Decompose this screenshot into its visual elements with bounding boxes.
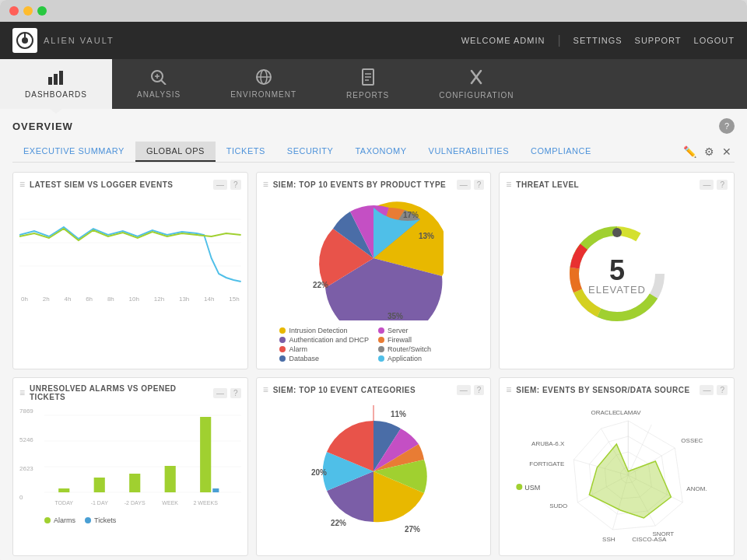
configuration-label: CONFIGURATION bbox=[439, 91, 514, 100]
minimize-ctrl[interactable]: — bbox=[213, 180, 227, 190]
alarm-legend-dot bbox=[44, 517, 51, 523]
bar-chart-legend: Alarms Tickets bbox=[44, 516, 241, 524]
svg-text:ARUBA-6.X: ARUBA-6.X bbox=[531, 440, 565, 447]
svg-text:17%: 17% bbox=[403, 211, 419, 219]
dashboards-label: DASHBOARDS bbox=[25, 90, 87, 99]
legend-color bbox=[378, 337, 384, 343]
tabs-bar: EXECUTIVE SUMMARY GLOBAL OPS TICKETS SEC… bbox=[12, 142, 735, 163]
configuration-icon bbox=[468, 68, 485, 88]
widget-header-sensor: ≡ SIEM: EVENTS BY SENSOR/DATA SOURCE — ? bbox=[506, 384, 728, 395]
minimize-ctrl-2[interactable]: — bbox=[457, 180, 471, 190]
tab-vulnerabilities[interactable]: VULNERABILITIES bbox=[418, 142, 520, 162]
help-ctrl-6[interactable]: ? bbox=[717, 385, 728, 395]
svg-text:22%: 22% bbox=[313, 281, 328, 289]
minimize-dot[interactable] bbox=[23, 6, 33, 16]
browser-window: ALIEN VAULT WELCOME ADMIN | SETTINGS SUP… bbox=[0, 0, 747, 560]
tab-taxonomy[interactable]: TAXONOMY bbox=[344, 142, 417, 162]
edit-button[interactable]: ✏️ bbox=[683, 145, 696, 158]
nav-dashboards[interactable]: DASHBOARDS bbox=[0, 59, 112, 109]
svg-text:OSSEC: OSSEC bbox=[682, 437, 703, 444]
pie-legend-top10: Intrusion Detection Server Authenticatio… bbox=[279, 327, 467, 362]
widget-controls-2: — ? bbox=[457, 180, 485, 190]
gauge: 5 ELEVATED bbox=[506, 196, 728, 336]
tab-security[interactable]: SECURITY bbox=[276, 142, 345, 162]
x-axis: 0h 2h 4h 6h 8h 10h 12h 13h 14h 15h bbox=[19, 296, 241, 303]
widget-siem-events: ≡ LATEST SIEM VS LOGGER EVENTS — ? bbox=[12, 172, 248, 369]
analysis-label: ANALYSIS bbox=[137, 90, 181, 99]
legend-intrusion: Intrusion Detection bbox=[279, 327, 369, 334]
help-button[interactable]: ? bbox=[719, 118, 735, 134]
ticket-legend-dot bbox=[85, 517, 91, 523]
pie-chart-top10: 17% 13% 22% 35% Intrusion Detection bbox=[263, 196, 485, 362]
widget-controls-3: — ? bbox=[700, 180, 728, 190]
legend-alarm: Alarm bbox=[279, 345, 369, 353]
maximize-dot[interactable] bbox=[37, 6, 47, 16]
legend-auth: Authentication and DHCP bbox=[279, 336, 369, 344]
drag-handle[interactable]: ≡ bbox=[19, 179, 25, 190]
svg-text:ANOM.: ANOM. bbox=[687, 485, 707, 492]
main-navbar: DASHBOARDS ANALYSIS ENVIRON bbox=[0, 59, 747, 109]
drag-handle-5[interactable]: ≡ bbox=[263, 384, 268, 395]
environment-icon bbox=[255, 69, 272, 87]
support-link[interactable]: SUPPORT bbox=[635, 36, 682, 45]
minimize-ctrl-3[interactable]: — bbox=[700, 180, 714, 190]
logout-link[interactable]: LOGOUT bbox=[694, 36, 735, 45]
tab-global-ops[interactable]: GLOBAL OPS bbox=[135, 142, 216, 162]
svg-text:ORACLE: ORACLE bbox=[591, 409, 617, 416]
svg-marker-68 bbox=[590, 444, 672, 518]
widget-threat-level: ≡ THREAT LEVEL — ? bbox=[499, 172, 735, 369]
svg-text:5: 5 bbox=[609, 254, 625, 286]
bar-chart-container: 7869 5246 2623 0 bbox=[19, 408, 241, 524]
tab-actions: ✏️ ⚙ ✕ bbox=[683, 145, 735, 158]
drag-handle-6[interactable]: ≡ bbox=[506, 384, 511, 395]
minimize-ctrl-4[interactable]: — bbox=[213, 388, 227, 398]
help-ctrl-3[interactable]: ? bbox=[717, 180, 728, 190]
siem-events-title: LATEST SIEM VS LOGGER EVENTS bbox=[30, 180, 209, 189]
close-button[interactable]: ✕ bbox=[722, 145, 731, 158]
svg-rect-43 bbox=[212, 488, 219, 492]
welcome-text: WELCOME ADMIN bbox=[461, 36, 545, 45]
sensor-title: SIEM: EVENTS BY SENSOR/DATA SOURCE bbox=[516, 386, 695, 394]
legend-color bbox=[378, 355, 384, 362]
settings-button[interactable]: ⚙ bbox=[704, 145, 714, 158]
content-area: OVERVIEW ? EXECUTIVE SUMMARY GLOBAL OPS … bbox=[0, 109, 747, 560]
help-ctrl-4[interactable]: ? bbox=[230, 388, 241, 398]
svg-text:ELEVATED: ELEVATED bbox=[588, 284, 646, 296]
divider: | bbox=[557, 33, 560, 47]
help-ctrl-5[interactable]: ? bbox=[474, 385, 485, 395]
svg-rect-3 bbox=[48, 77, 52, 85]
nav-reports[interactable]: REPORTS bbox=[321, 59, 414, 109]
nav-configuration[interactable]: CONFIGURATION bbox=[414, 59, 538, 109]
legend-color bbox=[279, 346, 286, 352]
tab-tickets[interactable]: TICKETS bbox=[216, 142, 276, 162]
drag-handle-2[interactable]: ≡ bbox=[263, 179, 268, 190]
logo-area: ALIEN VAULT bbox=[12, 28, 114, 53]
svg-line-7 bbox=[161, 80, 166, 85]
svg-rect-40 bbox=[129, 474, 140, 492]
svg-text:CLAMAV: CLAMAV bbox=[616, 409, 642, 416]
help-ctrl-2[interactable]: ? bbox=[474, 180, 485, 190]
legend-application: Application bbox=[378, 355, 468, 362]
top-navbar: ALIEN VAULT WELCOME ADMIN | SETTINGS SUP… bbox=[0, 22, 747, 59]
nav-analysis[interactable]: ANALYSIS bbox=[112, 59, 205, 109]
nav-environment[interactable]: ENVIRONMENT bbox=[205, 59, 321, 109]
overview-title: OVERVIEW bbox=[12, 121, 73, 132]
minimize-ctrl-6[interactable]: — bbox=[700, 385, 714, 395]
svg-point-1 bbox=[22, 37, 28, 44]
svg-text:USM: USM bbox=[525, 484, 541, 492]
help-ctrl[interactable]: ? bbox=[230, 180, 241, 190]
close-dot[interactable] bbox=[9, 6, 19, 16]
tab-compliance[interactable]: COMPLIANCE bbox=[520, 142, 602, 162]
drag-handle-4[interactable]: ≡ bbox=[19, 387, 25, 398]
svg-text:FORTIGATE: FORTIGATE bbox=[530, 460, 565, 467]
svg-rect-41 bbox=[165, 466, 176, 492]
drag-handle-3[interactable]: ≡ bbox=[506, 179, 511, 190]
svg-text:SUDO: SUDO bbox=[550, 502, 568, 509]
svg-text:TODAY: TODAY bbox=[54, 500, 73, 506]
legend-color bbox=[378, 346, 384, 352]
svg-rect-4 bbox=[54, 74, 58, 85]
settings-link[interactable]: SETTINGS bbox=[573, 36, 622, 45]
tab-executive-summary[interactable]: EXECUTIVE SUMMARY bbox=[12, 142, 135, 162]
minimize-ctrl-5[interactable]: — bbox=[457, 385, 471, 395]
overview-header: OVERVIEW ? bbox=[12, 118, 735, 134]
